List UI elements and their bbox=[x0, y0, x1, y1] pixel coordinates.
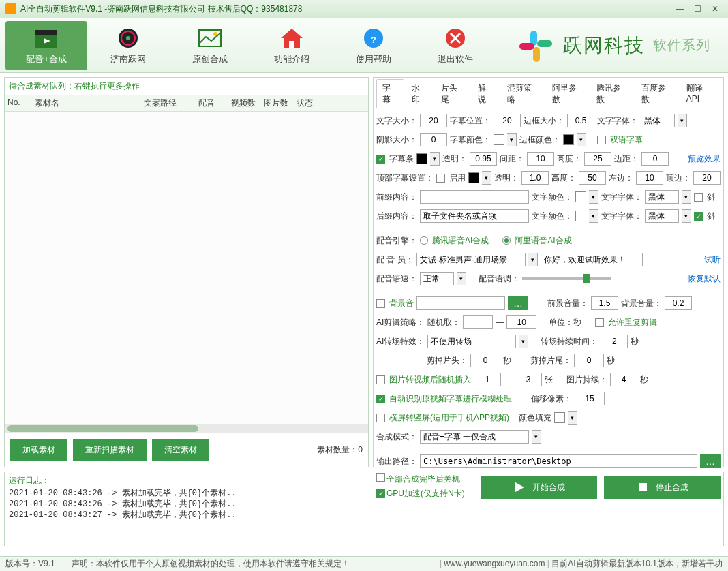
font-size-input[interactable] bbox=[420, 114, 447, 127]
suffix-font-select[interactable] bbox=[645, 209, 679, 223]
bgm-checkbox[interactable] bbox=[376, 299, 385, 308]
chevron-down-icon[interactable]: ▾ bbox=[577, 133, 586, 146]
tab-translate-api[interactable]: 翻译API bbox=[680, 79, 721, 108]
mode-select[interactable] bbox=[420, 430, 529, 444]
transition-select[interactable] bbox=[427, 335, 516, 348]
offset-input[interactable] bbox=[575, 392, 605, 405]
output-browse-button[interactable]: … bbox=[700, 454, 721, 468]
bar-gap-input[interactable] bbox=[527, 152, 554, 166]
engine-ali-radio[interactable] bbox=[502, 236, 511, 245]
tab-mix-strategy[interactable]: 混剪策略 bbox=[501, 79, 545, 108]
col-name: 素材名 bbox=[35, 97, 144, 109]
preview-link[interactable]: 预览效果 bbox=[688, 153, 721, 165]
chevron-down-icon[interactable]: ▾ bbox=[678, 114, 687, 127]
auto-blur-checkbox[interactable] bbox=[376, 395, 385, 403]
suffix-italic-checkbox[interactable] bbox=[694, 212, 703, 221]
tab-baidu-params[interactable]: 百度参数 bbox=[635, 79, 679, 108]
cut-head-input[interactable] bbox=[470, 354, 500, 367]
top-enable-checkbox[interactable] bbox=[436, 174, 445, 183]
fill-color-swatch[interactable] bbox=[554, 412, 565, 423]
shadow-input[interactable] bbox=[420, 133, 447, 146]
tool-original[interactable]: 原创合成 bbox=[169, 21, 251, 70]
img-to-input[interactable] bbox=[515, 373, 542, 386]
tool-compose[interactable]: 配音+合成 bbox=[5, 21, 87, 70]
bar-color-swatch[interactable] bbox=[416, 153, 427, 164]
random-from-input[interactable] bbox=[463, 315, 493, 329]
tab-watermark[interactable]: 水印 bbox=[406, 79, 434, 108]
chevron-down-icon[interactable]: ▾ bbox=[430, 152, 440, 166]
prefix-font-select[interactable] bbox=[645, 190, 679, 204]
bgm-browse-button[interactable]: … bbox=[508, 296, 528, 310]
speed-select[interactable] bbox=[420, 272, 454, 286]
random-to-input[interactable] bbox=[506, 315, 536, 329]
minimize-button[interactable]: — bbox=[672, 3, 687, 15]
tool-exit[interactable]: 退出软件 bbox=[414, 21, 496, 70]
tab-ali-params[interactable]: 阿里参数 bbox=[546, 79, 590, 108]
site-url[interactable]: www.yuewangxueyuan.com bbox=[444, 559, 545, 568]
top-alpha-input[interactable] bbox=[521, 171, 549, 185]
tab-tencent-params[interactable]: 腾讯参数 bbox=[590, 79, 634, 108]
chevron-down-icon[interactable]: ▾ bbox=[528, 253, 538, 266]
prefix-italic-checkbox[interactable] bbox=[694, 193, 703, 202]
top-margin-input[interactable] bbox=[693, 171, 721, 185]
top-height-input[interactable] bbox=[579, 171, 606, 185]
output-path-input[interactable] bbox=[420, 454, 697, 468]
font-family-select[interactable] bbox=[641, 114, 675, 127]
test-voice-link[interactable]: 试听 bbox=[704, 254, 721, 266]
border-size-input[interactable] bbox=[567, 114, 594, 127]
chevron-down-icon[interactable]: ▾ bbox=[682, 209, 691, 223]
prefix-input[interactable] bbox=[420, 190, 529, 204]
tool-help[interactable]: ? 使用帮助 bbox=[333, 21, 414, 70]
prefix-color-swatch[interactable] bbox=[575, 191, 586, 202]
top-left-input[interactable] bbox=[636, 171, 663, 185]
tone-slider[interactable] bbox=[522, 277, 611, 280]
queue-table-body[interactable] bbox=[5, 112, 368, 424]
chevron-down-icon[interactable]: ▾ bbox=[532, 430, 541, 444]
chevron-down-icon[interactable]: ▾ bbox=[682, 190, 691, 204]
chevron-down-icon[interactable]: ▾ bbox=[482, 171, 491, 185]
img-dur-input[interactable] bbox=[610, 373, 637, 386]
img-from-input[interactable] bbox=[474, 373, 501, 386]
chevron-down-icon[interactable]: ▾ bbox=[457, 272, 466, 286]
suffix-color-swatch[interactable] bbox=[575, 211, 586, 221]
tab-narration[interactable]: 解说 bbox=[472, 79, 500, 108]
voice-test-input[interactable] bbox=[541, 253, 643, 266]
maximize-button[interactable]: ☐ bbox=[690, 3, 705, 15]
bar-alpha-input[interactable] bbox=[470, 152, 497, 166]
tool-features[interactable]: 功能介绍 bbox=[251, 21, 333, 70]
clear-material-button[interactable]: 清空素材 bbox=[152, 439, 209, 461]
tab-headtail[interactable]: 片头尾 bbox=[435, 79, 470, 108]
engine-tencent-radio[interactable] bbox=[420, 236, 428, 245]
voice-select[interactable] bbox=[416, 253, 526, 266]
trans-dur-input[interactable] bbox=[601, 335, 628, 348]
subtitle-color-swatch[interactable] bbox=[494, 134, 504, 145]
bilingual-checkbox[interactable] bbox=[597, 136, 606, 144]
transition-label: AI转场特效： bbox=[376, 336, 425, 348]
tool-yuewang[interactable]: 济南跃网 bbox=[87, 21, 169, 70]
bg-vol-input[interactable] bbox=[665, 296, 692, 310]
close-button[interactable]: ✕ bbox=[708, 3, 723, 15]
tab-subtitle[interactable]: 字幕 bbox=[376, 79, 404, 108]
fg-vol-input[interactable] bbox=[591, 296, 618, 310]
bar-height-input[interactable] bbox=[584, 152, 611, 166]
portrait-checkbox[interactable] bbox=[376, 414, 385, 422]
subtitle-bar-checkbox[interactable] bbox=[376, 155, 385, 164]
suffix-input[interactable] bbox=[420, 209, 529, 223]
chevron-down-icon[interactable]: ▾ bbox=[589, 209, 598, 223]
reset-link[interactable]: 恢复默认 bbox=[688, 273, 721, 285]
border-color-swatch[interactable] bbox=[563, 134, 574, 145]
load-material-button[interactable]: 加载素材 bbox=[10, 439, 67, 461]
rescan-material-button[interactable]: 重新扫描素材 bbox=[73, 439, 147, 461]
cut-tail-input[interactable] bbox=[574, 354, 604, 367]
chevron-down-icon[interactable]: ▾ bbox=[507, 133, 517, 146]
img-insert-checkbox[interactable] bbox=[376, 375, 385, 384]
horizontal-scrollbar[interactable] bbox=[5, 424, 368, 433]
subtitle-pos-input[interactable] bbox=[494, 114, 521, 127]
chevron-down-icon[interactable]: ▾ bbox=[589, 190, 598, 204]
allow-repeat-checkbox[interactable] bbox=[595, 318, 604, 327]
top-color-swatch[interactable] bbox=[468, 172, 479, 183]
chevron-down-icon[interactable]: ▾ bbox=[568, 411, 577, 425]
chevron-down-icon[interactable]: ▾ bbox=[519, 335, 528, 348]
bar-margin-input[interactable] bbox=[641, 152, 669, 166]
bgm-path-input[interactable] bbox=[416, 296, 505, 310]
